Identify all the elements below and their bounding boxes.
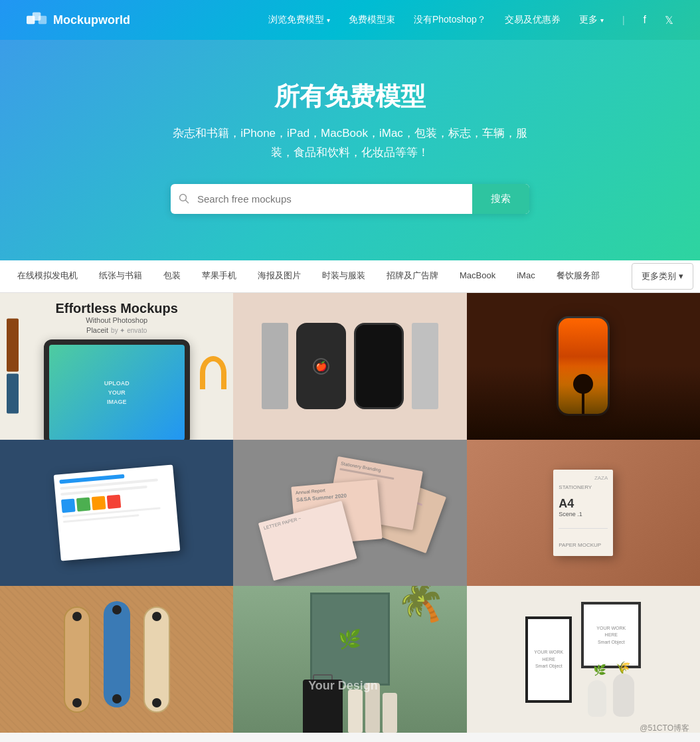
grid-item-iphone-pink[interactable]: 🍎	[233, 293, 466, 440]
grid-item-skateboards[interactable]	[0, 586, 233, 733]
search-button[interactable]: 搜索	[472, 184, 529, 214]
grid-item-frame-vase[interactable]: YOUR WORKHERESmart Object YOUR WORKHERES…	[467, 586, 700, 733]
more-categories-chevron-icon: ▾	[679, 271, 683, 281]
browse-chevron-icon: ▾	[327, 17, 330, 24]
grid-item-a4-scene[interactable]: ZAZA STATIONERY A4 Scene .1 PAPER MOCKUP	[467, 440, 700, 587]
cat-poster[interactable]: 海报及图片	[247, 260, 311, 292]
more-chevron-icon: ▾	[600, 17, 604, 24]
nav-more[interactable]: 更多 ▾	[579, 14, 604, 26]
grid-item-plant-shopping[interactable]: 🌿 🌴 Your Design	[233, 586, 466, 733]
logo-icon	[27, 12, 48, 28]
category-bar: 在线模拟发电机 纸张与书籍 包装 苹果手机 海报及图片 时装与服装 招牌及广告牌…	[0, 260, 700, 293]
more-categories-button[interactable]: 更多类别 ▾	[632, 263, 693, 290]
grid-item-placeit[interactable]: Effortless Mockups Without Photoshop Pla…	[0, 293, 233, 440]
svg-rect-2	[39, 16, 46, 24]
mockup-grid: Effortless Mockups Without Photoshop Pla…	[0, 293, 700, 733]
grid-item-stationery[interactable]: LETTER PAPER Stationery Branding Annual …	[233, 440, 466, 587]
nav-divider: |	[622, 15, 625, 25]
hero-title: 所有免费模型	[27, 80, 673, 114]
cat-paper-books[interactable]: 纸张与书籍	[88, 260, 153, 292]
grid-item-flyer[interactable]	[0, 440, 233, 587]
grid-item-iphone-sunset[interactable]	[467, 293, 700, 440]
cat-signage[interactable]: 招牌及广告牌	[376, 260, 449, 292]
nav-free-bundle[interactable]: 免费模型束	[349, 14, 395, 26]
cat-apple-phone[interactable]: 苹果手机	[191, 260, 247, 292]
twitter-link[interactable]: 𝕏	[665, 14, 673, 27]
search-bar: 搜索	[171, 184, 529, 214]
cat-fashion[interactable]: 时装与服装	[311, 260, 376, 292]
search-input[interactable]	[197, 184, 472, 214]
nav-no-photoshop[interactable]: 没有Photoshop？	[414, 14, 486, 26]
search-icon	[171, 184, 197, 214]
cat-packaging[interactable]: 包装	[153, 260, 191, 292]
facebook-link[interactable]: f	[644, 14, 646, 26]
cat-online-generator[interactable]: 在线模拟发电机	[7, 260, 88, 292]
logo-text: Mockupworld	[53, 13, 130, 27]
nav-deals[interactable]: 交易及优惠券	[505, 14, 561, 26]
hero-section: 所有免费模型 杂志和书籍，iPhone，iPad，MacBook，iMac，包装…	[0, 40, 700, 260]
cat-macbook[interactable]: MacBook	[449, 261, 506, 291]
site-header: Mockupworld 浏览免费模型 ▾ 免费模型束 没有Photoshop？ …	[0, 0, 700, 40]
svg-line-4	[186, 201, 189, 203]
logo[interactable]: Mockupworld	[27, 12, 130, 28]
main-nav: 浏览免费模型 ▾ 免费模型束 没有Photoshop？ 交易及优惠券 更多 ▾ …	[268, 14, 673, 27]
nav-browse[interactable]: 浏览免费模型 ▾	[268, 14, 330, 26]
cat-food-service[interactable]: 餐饮服务部	[546, 260, 610, 292]
cat-imac[interactable]: iMac	[506, 261, 545, 291]
hero-subtitle: 杂志和书籍，iPhone，iPad，MacBook，iMac，包装，标志，车辆，…	[171, 124, 529, 163]
